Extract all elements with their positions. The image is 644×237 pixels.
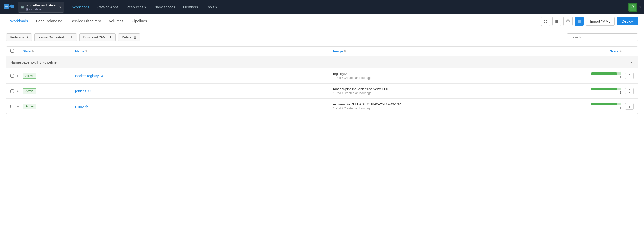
col-image[interactable]: Image ⇅	[333, 49, 589, 53]
row3-actions-cell: ⋮	[623, 103, 634, 110]
svg-rect-2	[12, 5, 14, 8]
svg-rect-5	[544, 20, 545, 21]
row1-actions-cell: ⋮	[623, 73, 634, 79]
tab-workloads[interactable]: Workloads	[6, 14, 32, 28]
svg-rect-9	[555, 20, 558, 21]
tab-service-discovery[interactable]: Service Discovery	[66, 14, 105, 28]
workloads-table: State ⇅ Name ⇅ Image ⇅ Scale ⇅ Namespace…	[6, 46, 638, 114]
name-col-label: Name	[75, 49, 84, 53]
row2-scale-bar	[591, 88, 621, 90]
state-sort-icon: ⇅	[32, 50, 34, 53]
download-label: Download YAML	[83, 35, 107, 39]
row2-checkbox[interactable]	[10, 89, 14, 93]
row2-actions-cell: ⋮	[623, 88, 634, 94]
row3-expand-btn[interactable]: ▶	[16, 104, 20, 108]
trash-icon: 🗑	[133, 35, 136, 39]
cluster-name: prometheus-cluster-x	[26, 3, 57, 7]
table-row: ▶ Active jenkins ⚙ rancher/pipeline-jenk…	[6, 84, 638, 99]
svg-marker-1	[9, 4, 12, 9]
tab-load-balancing[interactable]: Load Balancing	[32, 14, 66, 28]
row3-select-cell: ▶	[10, 104, 21, 108]
row2-select-cell: ▶	[10, 89, 21, 93]
select-all-checkbox[interactable]	[10, 49, 14, 53]
col-name[interactable]: Name ⇅	[75, 49, 331, 53]
table-row: ▶ Active minio ⚙ minio/minio:RELEASE.201…	[6, 99, 638, 114]
svg-rect-3	[5, 6, 8, 7]
svg-rect-10	[555, 21, 558, 22]
row3-scale-num: 1	[620, 106, 621, 110]
row3-menu-btn[interactable]: ⋮	[625, 103, 634, 110]
row3-status-badge: Active	[23, 104, 36, 109]
cluster-info: prometheus-cluster-x ▣ cicd-demo	[26, 3, 57, 11]
nav-namespaces[interactable]: Namespaces	[151, 3, 179, 11]
row2-state-cell: Active	[23, 88, 73, 94]
row2-expand-btn[interactable]: ▶	[16, 89, 20, 93]
svg-rect-7	[544, 22, 545, 23]
svg-rect-16	[578, 22, 581, 23]
download-icon: ⬇	[109, 35, 112, 39]
cluster-selector[interactable]: ⊞ prometheus-cluster-x ▣ cicd-demo ▾	[18, 2, 64, 13]
deploy-button[interactable]: Deploy	[617, 17, 638, 25]
nav-workloads[interactable]: Workloads	[69, 3, 93, 11]
nav-resources[interactable]: Resources ▾	[123, 3, 150, 11]
name-sort-icon: ⇅	[85, 50, 87, 53]
row2-name-link[interactable]: jenkins ⚙	[75, 89, 331, 93]
row2-image-meta: 1 Pod / Created an hour ago	[333, 91, 589, 95]
import-yaml-button[interactable]: Import YAML	[586, 17, 615, 26]
tab-volumes[interactable]: Volumes	[105, 14, 128, 28]
row1-scale-cell: 1	[591, 72, 621, 79]
user-avatar[interactable]	[628, 3, 637, 12]
delete-button[interactable]: Delete 🗑	[118, 33, 140, 41]
redeploy-button[interactable]: Redeploy ↺	[6, 33, 32, 41]
pause-icon: ⏸	[70, 35, 73, 39]
scale-sort-icon: ⇅	[619, 50, 621, 53]
tab-pipelines[interactable]: Pipelines	[128, 14, 151, 28]
view-list-btn[interactable]	[575, 17, 584, 26]
namespace-actions-btn[interactable]: ⋮	[629, 60, 634, 65]
svg-point-12	[567, 21, 569, 22]
project-name: cicd-demo	[29, 8, 42, 11]
user-avatar-inner	[629, 4, 636, 11]
view-config-btn[interactable]	[563, 17, 573, 26]
resources-chevron-icon: ▾	[144, 5, 146, 9]
row1-status-badge: Active	[23, 73, 36, 79]
main-content: Redeploy ↺ Pause Orchestration ⏸ Downloa…	[0, 28, 644, 119]
row1-checkbox[interactable]	[10, 74, 14, 78]
row1-name-label: docker-registry	[75, 74, 99, 78]
action-bar: Redeploy ↺ Pause Orchestration ⏸ Downloa…	[6, 33, 638, 41]
cluster-icon: ⊞	[21, 5, 24, 9]
svg-rect-8	[546, 22, 547, 23]
row1-scale-bar	[591, 72, 621, 75]
user-chevron-icon[interactable]: ▾	[639, 5, 641, 9]
delete-label: Delete	[122, 35, 131, 39]
row3-name-label: minio	[75, 104, 84, 108]
col-state[interactable]: State ⇅	[23, 49, 73, 53]
view-pods-btn[interactable]	[541, 17, 550, 26]
row1-scale-bar-fill	[591, 72, 617, 75]
row2-image-name: rancher/pipeline-jenkins-server:v0.1.0	[333, 87, 589, 91]
row2-menu-btn[interactable]: ⋮	[625, 88, 634, 94]
logo[interactable]	[3, 2, 16, 12]
row3-name-link[interactable]: minio ⚙	[75, 104, 331, 108]
search-input[interactable]	[567, 33, 638, 41]
row2-status-badge: Active	[23, 88, 36, 94]
nav-links: Workloads Catalog Apps Resources ▾ Names…	[69, 3, 628, 11]
row3-scale-bar-fill	[591, 103, 617, 105]
select-all-cell	[10, 49, 21, 53]
workload-type-icon: ⚙	[100, 74, 103, 78]
row1-expand-btn[interactable]: ▶	[16, 74, 20, 78]
row1-name-link[interactable]: docker-registry ⚙	[75, 74, 331, 78]
download-yaml-button[interactable]: Download YAML ⬇	[79, 33, 116, 41]
nav-tools[interactable]: Tools ▾	[202, 3, 221, 11]
nav-catalog-apps[interactable]: Catalog Apps	[94, 3, 122, 11]
row3-checkbox[interactable]	[10, 105, 14, 108]
pause-orchestration-button[interactable]: Pause Orchestration ⏸	[34, 33, 77, 41]
row3-scale-cell: 1	[591, 103, 621, 110]
row1-image-name: registry:2	[333, 72, 589, 76]
svg-rect-6	[546, 20, 547, 21]
row1-menu-btn[interactable]: ⋮	[625, 73, 634, 79]
row2-scale-cell: 1	[591, 88, 621, 94]
nav-members[interactable]: Members	[180, 3, 201, 11]
view-grouped-btn[interactable]	[552, 17, 561, 26]
col-scale[interactable]: Scale ⇅	[591, 49, 621, 53]
